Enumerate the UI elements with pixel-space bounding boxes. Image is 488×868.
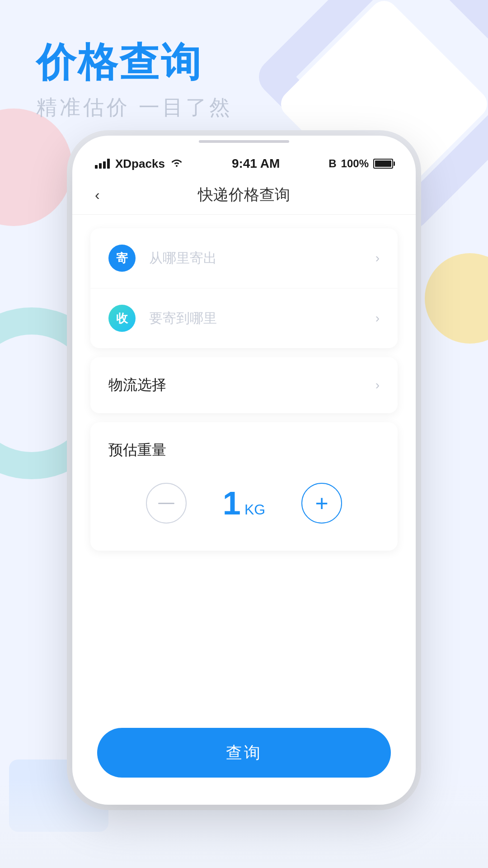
sender-arrow-icon: › (375, 251, 380, 265)
logistics-card: 物流选择 › (90, 357, 398, 413)
carrier-name: XDpacks (115, 157, 165, 171)
sender-icon: 寄 (108, 245, 136, 272)
status-right: B 100% (328, 157, 393, 170)
nav-bar: ‹ 快递价格查询 (72, 175, 416, 215)
back-button[interactable]: ‹ (95, 187, 100, 203)
battery-percent: 100% (341, 157, 369, 170)
receiver-arrow-icon: › (375, 311, 380, 326)
weight-increase-button[interactable]: + (301, 483, 342, 524)
weight-card: 预估重量 1 KG + (90, 422, 398, 551)
query-button-label: 查询 (226, 742, 262, 764)
minus-icon (158, 503, 174, 504)
weight-value: 1 (223, 485, 241, 522)
battery-fill (375, 160, 391, 167)
signal-bar-4 (107, 159, 110, 169)
logistics-row[interactable]: 物流选择 › (90, 357, 398, 413)
battery-indicator (373, 159, 393, 169)
signal-bar-3 (103, 161, 106, 169)
logistics-arrow-icon: › (375, 378, 380, 392)
weight-decrease-button[interactable] (146, 483, 187, 524)
receiver-placeholder: 要寄到哪里 (149, 309, 375, 328)
query-button[interactable]: 查询 (97, 728, 391, 778)
wifi-icon (170, 157, 183, 170)
page-subtitle: 精准估价 一目了然 (36, 94, 452, 122)
weight-label: 预估重量 (108, 440, 380, 460)
phone-mockup: XDpacks 9:41 AM B 100% ‹ 快递价格查询 (72, 136, 416, 805)
bg-circle-yellow (425, 253, 488, 344)
weight-control: 1 KG + (108, 483, 380, 533)
battery-icon (373, 159, 393, 169)
status-left: XDpacks (95, 157, 183, 171)
bluetooth-icon: B (328, 157, 336, 170)
weight-display: 1 KG (223, 485, 265, 522)
form-container: 寄 从哪里寄出 › 收 要寄到哪里 › 物流选择 › 预估重量 (72, 215, 416, 573)
signal-icon (95, 159, 110, 169)
nav-title: 快递价格查询 (198, 184, 290, 205)
address-card: 寄 从哪里寄出 › 收 要寄到哪里 › (90, 228, 398, 348)
weight-unit: KG (244, 501, 265, 518)
logistics-label: 物流选择 (108, 375, 166, 395)
sender-row[interactable]: 寄 从哪里寄出 › (90, 228, 398, 288)
sender-placeholder: 从哪里寄出 (149, 249, 375, 268)
signal-bar-2 (99, 163, 102, 169)
receiver-icon: 收 (108, 305, 136, 332)
page-main-title: 价格查询 (36, 41, 452, 85)
status-bar: XDpacks 9:41 AM B 100% (72, 143, 416, 175)
header-section: 价格查询 精准估价 一目了然 (0, 0, 488, 140)
status-time: 9:41 AM (232, 156, 280, 171)
signal-bar-1 (95, 165, 98, 169)
receiver-row[interactable]: 收 要寄到哪里 › (90, 288, 398, 348)
